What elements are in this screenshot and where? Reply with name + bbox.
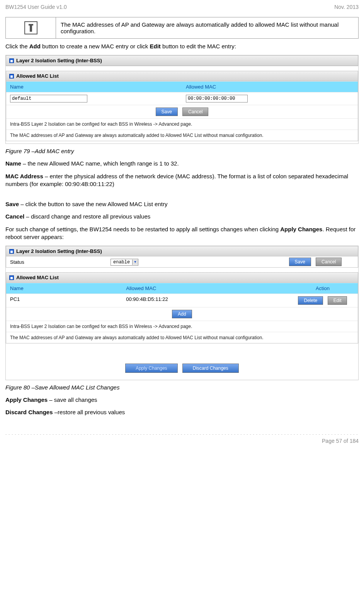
status-label: Status [6, 257, 107, 267]
text-fragment: – discard change and restore all previou… [24, 213, 150, 220]
save-button[interactable]: Save [156, 108, 178, 116]
info-box: The MAC addresses of AP and Gateway are … [5, 17, 359, 39]
table-header-row: Name Allowed MAC Action [6, 283, 358, 294]
doc-date: Nov. 2013 [334, 4, 359, 10]
panel-title: Layer 2 Isolation Setting (Inter-BSS) [6, 246, 358, 256]
para-discard-changes: Discard Changes –restore all previous va… [5, 408, 359, 416]
add-button[interactable]: Add [172, 310, 192, 318]
panel-title: Allowed MAC List [6, 71, 358, 81]
bold-label: Apply Changes [280, 226, 322, 232]
figure-caption-80: Figure 80 –Save Allowed MAC List Changes [5, 384, 359, 391]
table-header-row: Name Allowed MAC [6, 81, 358, 92]
panel-title: Layer 2 Isolation Setting (Inter-BSS) [6, 56, 358, 66]
bold-label: Discard Changes [5, 409, 53, 415]
name-input-cell [6, 92, 182, 105]
bold-label: Apply Changes [5, 396, 48, 403]
col-header-name: Name [6, 283, 122, 294]
discard-changes-button[interactable]: Discard Changes [182, 364, 239, 373]
col-header-mac: Allowed MAC [182, 82, 358, 92]
status-select[interactable]: enable ▼ [111, 259, 138, 266]
para-name: Name – the new Allowed MAC name, which l… [5, 160, 359, 167]
panel-allowed-mac-list: Allowed MAC List Name Allowed MAC Save C… [6, 71, 358, 141]
footer-divider: - - - - - - - - - - - - - - - - - - - - … [5, 432, 359, 436]
panel-title: Allowed MAC List [6, 273, 358, 283]
panel-icon [9, 74, 14, 79]
bold-label: Name [5, 160, 21, 167]
row-name: PC1 [6, 294, 122, 307]
save-button[interactable]: Save [289, 258, 311, 266]
text-fragment: – enter the physical address of the netw… [5, 173, 348, 187]
info-icon-cell [6, 17, 56, 39]
panel-title-text: Layer 2 Isolation Setting (Inter-BSS) [16, 58, 102, 63]
page-header: BW1254 User Guide v1.0 Nov. 2013 [5, 4, 359, 10]
text-fragment: For such change of settings, the BW1254 … [5, 226, 280, 232]
mac-input[interactable] [186, 95, 248, 102]
panel-layer2-isolation: Layer 2 Isolation Setting (Inter-BSS) [6, 55, 358, 66]
bold-add: Add [29, 43, 41, 50]
panel-title-text: Allowed MAC List [16, 73, 59, 79]
info-icon [24, 21, 37, 34]
add-button-row: Add [6, 307, 358, 321]
doc-title: BW1254 User Guide v1.0 [5, 4, 67, 10]
para-mac-address: MAC Address – enter the physical address… [5, 172, 359, 188]
status-value: enable [111, 259, 132, 265]
figure-80: Layer 2 Isolation Setting (Inter-BSS) St… [5, 246, 359, 380]
delete-button[interactable]: Delete [298, 296, 323, 305]
text-fragment: button to edit the MAC entry: [161, 43, 236, 50]
text-fragment: – save all changes [48, 396, 97, 403]
text-fragment: Click the [5, 43, 29, 50]
note-row: The MAC addresses of AP and Gateway are … [6, 332, 358, 343]
note-row: Intra-BSS Layer 2 Isolation can be confi… [6, 321, 358, 332]
page-number: Page 57 of 184 [5, 438, 359, 444]
info-text: The MAC addresses of AP and Gateway are … [56, 17, 359, 39]
figure-79: Layer 2 Isolation Setting (Inter-BSS) Al… [5, 55, 359, 144]
panel-icon [9, 275, 14, 280]
text-fragment: –restore all previous values [53, 409, 125, 415]
cancel-button[interactable]: Cancel [316, 258, 342, 266]
mac-input-cell [182, 92, 358, 105]
panel-layer2-isolation: Layer 2 Isolation Setting (Inter-BSS) St… [6, 246, 358, 268]
table-row: PC1 00:90:4B:D5:11:22 Delete Edit [6, 294, 358, 307]
table-row [6, 92, 358, 105]
name-input[interactable] [10, 95, 87, 102]
text-fragment: – the new Allowed MAC name, which length… [21, 160, 179, 167]
edit-button[interactable]: Edit [328, 296, 347, 305]
panel-icon [9, 249, 14, 254]
para-cancel: Cancel – discard change and restore all … [5, 213, 359, 220]
apply-changes-button[interactable]: Apply Changes [125, 364, 177, 373]
para-save: Save – click the button to save the new … [5, 200, 359, 208]
para-restart: For such change of settings, the BW1254 … [5, 225, 359, 241]
para-click-add: Click the Add button to create a new MAC… [5, 43, 359, 50]
status-button-cell: Save Cancel [273, 258, 358, 266]
note-row: The MAC addresses of AP and Gateway are … [6, 130, 358, 141]
col-header-name: Name [6, 82, 182, 92]
para-apply-changes: Apply Changes – save all changes [5, 396, 359, 404]
row-actions: Delete Edit [287, 294, 358, 307]
panel-allowed-mac-list: Allowed MAC List Name Allowed MAC Action… [6, 272, 358, 343]
text-fragment: button to create a new MAC entry or clic… [41, 43, 150, 50]
bold-label: MAC Address [5, 173, 43, 179]
text-fragment: – click the button to save the new Allow… [19, 201, 167, 207]
row-mac: 00:90:4B:D5:11:22 [122, 294, 287, 307]
bold-label: Save [5, 201, 19, 207]
bold-label: Cancel [5, 213, 24, 220]
chevron-down-icon: ▼ [132, 260, 138, 265]
status-select-cell: enable ▼ [107, 256, 273, 267]
status-row: Status enable ▼ Save Cancel [6, 256, 358, 267]
panel-title-text: Layer 2 Isolation Setting (Inter-BSS) [16, 248, 102, 254]
button-row: Save Cancel [6, 105, 358, 118]
col-header-mac: Allowed MAC [122, 283, 287, 294]
figure-caption-79: Figure 79 –Add MAC entry [5, 148, 359, 154]
panel-icon [9, 58, 14, 63]
cancel-button[interactable]: Cancel [182, 108, 208, 116]
note-row: Intra-BSS Layer 2 Isolation can be confi… [6, 118, 358, 130]
col-header-action: Action [287, 283, 358, 294]
bold-edit: Edit [150, 43, 160, 50]
apply-discard-row: Apply Changes Discard Changes [6, 364, 358, 373]
panel-title-text: Allowed MAC List [16, 275, 59, 280]
